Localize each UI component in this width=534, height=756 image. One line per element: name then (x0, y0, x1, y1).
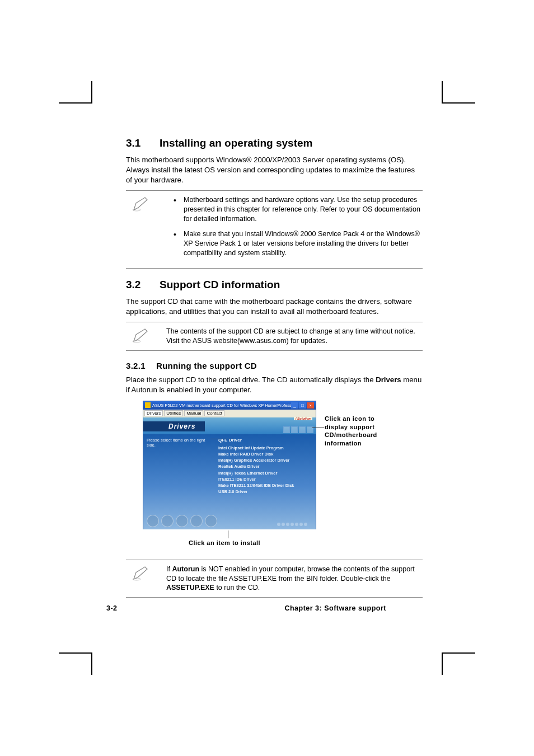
banner-title: Drivers (168, 422, 195, 430)
heading-num: 3.2 (126, 279, 160, 291)
right-panel: QFE Driver Intel Chipset Inf Update Prog… (216, 434, 316, 529)
note-box-1: Motherboard settings and hardware option… (126, 190, 423, 268)
menu-contact[interactable]: Contact (204, 410, 224, 416)
heading-3-2: 3.2Support CD information (126, 279, 423, 291)
dot (295, 523, 298, 526)
heading-text: Installing an operating system (160, 137, 312, 149)
pencil-icon (132, 327, 151, 344)
note3-text: If Autorun is NOT enabled in your comput… (166, 565, 423, 593)
list-item[interactable]: Intel Chipset Inf Update Program (218, 445, 313, 451)
bold: Autorun (172, 565, 199, 573)
dot (299, 523, 303, 526)
round-icon[interactable] (176, 515, 188, 527)
dot (282, 523, 285, 526)
text: is NOT enabled in your computer, browse … (166, 565, 415, 583)
list-item[interactable]: Intel(R) Graphics Accelerator Driver (218, 457, 313, 463)
section1-intro: This motherboard supports Windows® 2000/… (126, 155, 423, 185)
window-body: Please select items on the right side. Q… (143, 434, 316, 529)
callout-line-right (312, 428, 324, 428)
round-icon[interactable] (161, 515, 174, 527)
callout-right: Click an icon to display support CD/moth… (325, 415, 392, 448)
list-item[interactable]: Make ITE8211 32/64bit IDE Driver Disk (218, 482, 313, 489)
menu-bar: Drivers Utilities Manual Contact (143, 410, 316, 417)
page-number: 3-2 (106, 604, 118, 612)
section21-intro: Place the support CD to the optical driv… (126, 375, 423, 395)
round-icon[interactable] (190, 515, 203, 527)
info-icon[interactable] (299, 426, 306, 433)
list-item[interactable]: USB 2.0 Driver (218, 489, 313, 495)
text: Place the support CD to the optical driv… (126, 375, 376, 384)
dot (304, 523, 307, 526)
heading-text: Running the support CD (156, 361, 257, 370)
banner-icons (283, 426, 313, 433)
note-box-3: If Autorun is NOT enabled in your comput… (126, 560, 423, 598)
list-item[interactable]: Make Intel RAID Driver Disk (218, 451, 313, 457)
page-content: 3.1Installing an operating system This m… (126, 137, 423, 608)
dot (291, 523, 294, 526)
pager-dots (277, 523, 307, 526)
callout-bottom: Click an item to install (189, 539, 260, 546)
left-text: Please select items on the right side. (147, 438, 213, 448)
info-icon[interactable] (283, 426, 290, 433)
bold: ASSETUP.EXE (166, 584, 214, 591)
callout-line (210, 439, 233, 439)
menu-utilities[interactable]: Utilities (164, 410, 183, 416)
info-icon[interactable] (291, 426, 298, 433)
menu-manual[interactable]: Manual (184, 410, 203, 416)
window-buttons: _ □ × (291, 402, 314, 408)
heading-text: Support CD information (160, 279, 280, 290)
bottom-icons (147, 515, 217, 527)
section2-intro: The support CD that came with the mother… (126, 297, 423, 317)
dot (286, 523, 289, 526)
round-icon[interactable] (205, 515, 217, 527)
crop-mark-br (442, 652, 475, 675)
callout-line-bottom (228, 530, 228, 538)
window-titlebar: ASUS P5LD2-VM motherboard support CD for… (143, 401, 316, 410)
list-item[interactable]: Realtek Audio Driver (218, 463, 313, 469)
note1-item2: Make sure that you install Windows® 2000… (174, 229, 423, 258)
list-item[interactable]: Intel(R) Tekoa Ethernet Driver (218, 470, 313, 476)
app-icon (145, 402, 151, 408)
note-box-2: The contents of the support CD are subje… (126, 322, 423, 351)
banner-tag: / Solution (294, 417, 312, 420)
banner: / Solution Drivers (143, 417, 316, 434)
close-icon[interactable]: × (307, 402, 314, 408)
heading-num: 3.2.1 (126, 361, 156, 370)
round-icon[interactable] (147, 515, 159, 527)
crop-mark-bl (59, 652, 92, 675)
footer: 3-2 Chapter 3: Software support (106, 604, 386, 612)
heading-3-1: 3.1Installing an operating system (126, 137, 423, 149)
support-cd-window: ASUS P5LD2-VM motherboard support CD for… (143, 401, 316, 529)
crop-mark-tr (442, 81, 475, 104)
dot (277, 523, 280, 526)
heading-num: 3.1 (126, 137, 160, 149)
minimize-icon[interactable]: _ (291, 402, 298, 408)
screenshot-area: ASUS P5LD2-VM motherboard support CD for… (126, 401, 423, 546)
pencil-icon (132, 195, 151, 212)
chapter-label: Chapter 3: Software support (284, 604, 386, 612)
text: If (166, 565, 172, 573)
note1-item1: Motherboard settings and hardware option… (174, 195, 423, 224)
heading-3-2-1: 3.2.1Running the support CD (126, 361, 423, 370)
pencil-icon (132, 565, 151, 581)
bold: Drivers (376, 375, 401, 384)
note2-text: The contents of the support CD are subje… (166, 327, 423, 346)
banner-stripe: Drivers (143, 421, 205, 431)
text: to run the CD. (214, 584, 260, 591)
maximize-icon[interactable]: □ (299, 402, 306, 408)
menu-drivers[interactable]: Drivers (144, 410, 163, 416)
list-item[interactable]: ITE8211 IDE Driver (218, 476, 313, 482)
crop-mark-tl (59, 81, 92, 104)
window-title: ASUS P5LD2-VM motherboard support CD for… (152, 403, 291, 408)
